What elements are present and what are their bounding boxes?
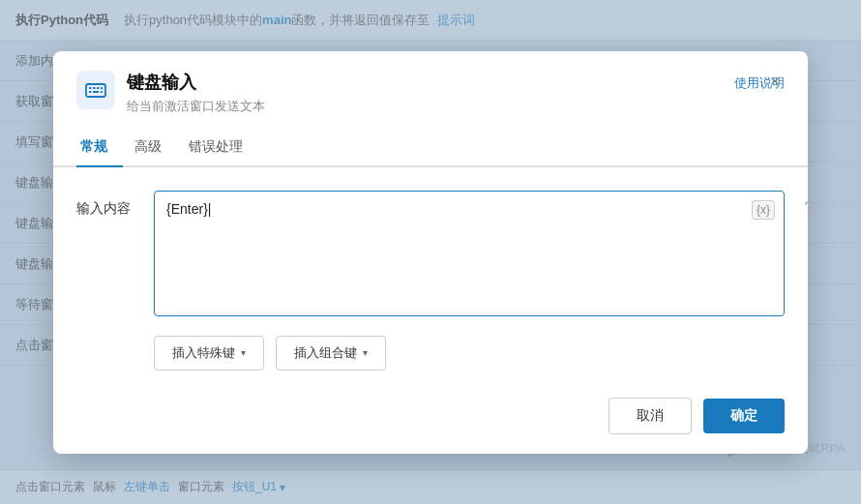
insert-special-key-label: 插入特殊键	[172, 344, 235, 362]
insert-combo-key-chevron: ▾	[363, 347, 368, 358]
insert-combo-key-button[interactable]: 插入组合键 ▾	[276, 336, 386, 371]
svg-rect-0	[86, 84, 105, 97]
confirm-button[interactable]: 确定	[703, 399, 785, 433]
insert-special-key-chevron: ▾	[241, 347, 246, 358]
dialog-title-block: 键盘输入 给当前激活窗口发送文本	[127, 71, 734, 115]
input-content-textarea[interactable]: {Enter}|	[154, 191, 785, 316]
svg-rect-5	[89, 91, 92, 93]
dialog-backdrop: 键盘输入 给当前激活窗口发送文本 使用说明 × 常规 高级 错误处理 输入内容	[0, 0, 861, 504]
svg-rect-7	[101, 91, 103, 93]
form-row-input: 输入内容 {Enter}| {x} ?	[76, 191, 785, 320]
insert-buttons-row: 插入特殊键 ▾ 插入组合键 ▾	[154, 336, 785, 371]
form-label-input: 输入内容	[76, 191, 154, 218]
dialog-footer: 取消 确定	[53, 386, 808, 454]
dialog-header: 键盘输入 给当前激活窗口发送文本 使用说明 ×	[53, 51, 808, 115]
dialog-tabs: 常规 高级 错误处理	[53, 131, 808, 167]
insert-special-key-button[interactable]: 插入特殊键 ▾	[154, 336, 264, 371]
tab-advanced[interactable]: 高级	[131, 131, 177, 167]
cancel-button[interactable]: 取消	[609, 398, 692, 434]
dialog-title: 键盘输入	[127, 71, 734, 94]
dialog-close-button[interactable]: ×	[761, 69, 788, 96]
dialog-subtitle: 给当前激活窗口发送文本	[127, 98, 734, 115]
svg-rect-6	[93, 91, 99, 93]
keyboard-icon	[76, 71, 115, 109]
textarea-wrapper: {Enter}| {x} ?	[154, 191, 785, 320]
form-field-input: {Enter}| {x} ?	[154, 191, 785, 320]
help-circle-icon[interactable]: ?	[804, 198, 814, 219]
tab-regular[interactable]: 常规	[76, 131, 123, 167]
svg-rect-4	[101, 87, 103, 89]
dialog: 键盘输入 给当前激活窗口发送文本 使用说明 × 常规 高级 错误处理 输入内容	[53, 51, 808, 454]
svg-rect-3	[97, 87, 100, 89]
fx-icon[interactable]: {x}	[752, 200, 775, 220]
dialog-body: 输入内容 {Enter}| {x} ? 插入特殊键 ▾ 插入组合键 ▾	[53, 167, 808, 386]
svg-rect-1	[89, 87, 92, 89]
tab-error-handling[interactable]: 错误处理	[185, 131, 258, 167]
insert-combo-key-label: 插入组合键	[294, 344, 357, 362]
svg-rect-2	[93, 87, 96, 89]
